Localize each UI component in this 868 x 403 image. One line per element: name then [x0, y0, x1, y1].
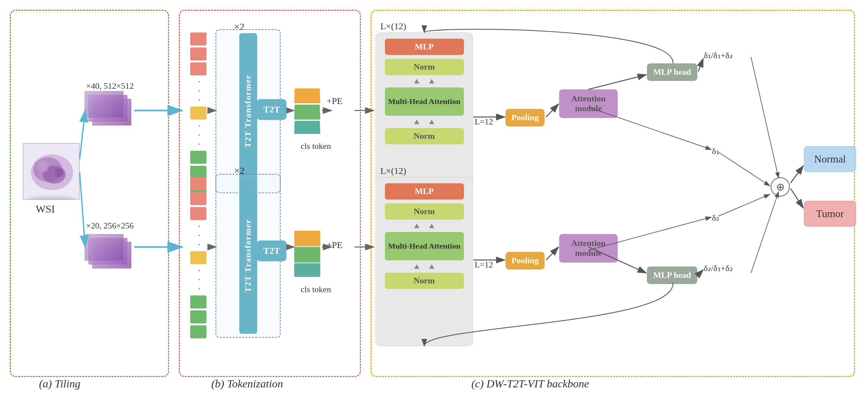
vit-block-bottom-label: L×(12): [380, 166, 406, 176]
mlp-head-bottom: MLP head: [647, 267, 697, 284]
attention-module-top: Attention module: [559, 89, 618, 118]
t2t-inner-bottom: T2T: [257, 241, 286, 261]
delta2-label: δ₂: [712, 213, 719, 223]
mlp-top: MLP: [385, 39, 464, 55]
mlp-bottom: MLP: [385, 183, 464, 199]
norm-top-2: Norm: [385, 128, 464, 144]
mha-bottom: Multi-Head Attention: [385, 232, 464, 260]
vit-block-top: MLP Norm Multi-Head Attention Norm: [375, 32, 473, 202]
norm-bottom-1: Norm: [385, 204, 464, 220]
vit-block-bottom: MLP Norm Multi-Head Attention Norm: [375, 177, 473, 346]
delta1-over-label: δ₁/δ₁+δ₂: [704, 51, 733, 60]
plus-pe-bottom: +PE: [327, 240, 342, 250]
mlp-head-top: MLP head: [647, 63, 697, 81]
cls-token-top: cls token: [301, 142, 331, 151]
delta2-over-label: δ₂/δ₁+δ₂: [704, 263, 733, 273]
caption-backbone: (c) DW-T2T-VIT backbone: [471, 378, 589, 390]
token-input-bottom: ··· ···: [190, 177, 208, 338]
scale-low-label: ×20, 256×256: [86, 221, 134, 231]
svg-point-4: [55, 168, 64, 178]
attention-module-bottom: Attention module: [559, 234, 618, 262]
delta1-label: δ₁: [712, 146, 719, 156]
tile-stack-bottom: [85, 234, 133, 273]
norm-bottom-2: Norm: [385, 273, 464, 289]
tumor-box: Tumor: [804, 201, 856, 226]
l12-top-label: L=12: [475, 117, 493, 127]
token-output-bottom: [294, 231, 323, 279]
pooling-bottom: Pooling: [505, 252, 545, 270]
normal-box: Normal: [804, 146, 856, 172]
caption-tiling: (a) Tiling: [39, 378, 81, 390]
wsi-label: WSI: [36, 203, 55, 215]
wsi-image: [23, 143, 80, 200]
t2t-inner-top: T2T: [257, 99, 286, 120]
vit-block-top-label: L×(12): [380, 21, 406, 32]
scale-high-label: ×40, 512×512: [86, 81, 134, 91]
pooling-top: Pooling: [505, 109, 545, 126]
t2t-transformer-label-bottom: T2T Transformer: [243, 219, 253, 292]
mha-top: Multi-Head Attention: [385, 87, 464, 116]
plus-pe-top: +PE: [327, 96, 342, 106]
svg-point-3: [37, 160, 49, 172]
tile-stack-top: [85, 91, 133, 130]
token-output-top: [294, 88, 323, 136]
caption-tokenization: (b) Tokenization: [211, 378, 283, 390]
cls-token-bottom: cls token: [301, 285, 331, 294]
l12-bottom-label: L=12: [475, 260, 493, 270]
t2t-transformer-label-top: T2T Transformer: [243, 74, 253, 148]
norm-top-1: Norm: [385, 59, 464, 75]
token-input-top: ··· ···: [190, 32, 208, 194]
circle-plus: ⊕: [771, 177, 790, 197]
